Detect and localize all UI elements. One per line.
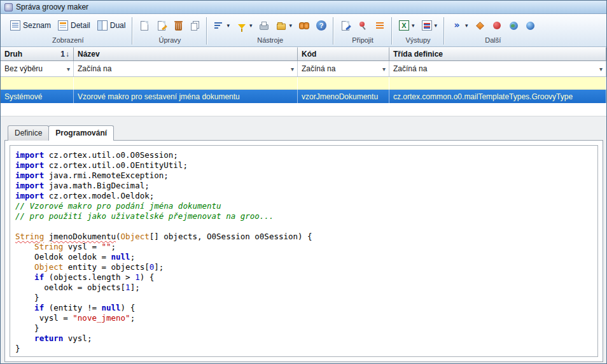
code-editor[interactable]: import cz.ortex.util.o0.O0Session;import… [10, 145, 598, 357]
code-line[interactable]: String vysl = ""; [15, 242, 594, 252]
blue-sphere-icon [526, 22, 534, 30]
code-line[interactable]: import cz.ortex.util.o0.O0Session; [15, 150, 594, 160]
quick-filter-cell[interactable] [74, 77, 298, 90]
toolbar-separator [333, 17, 334, 45]
run-icon: » [451, 20, 463, 31]
filter-combo-kod[interactable]: Začíná na ▾ [298, 61, 389, 76]
grid-filter-row: Bez výběru ▾ Začíná na ▾ Začíná na ▾ Zač… [1, 61, 606, 77]
cell-trida-definice: cz.ortex.common.o0.mailTemplateTypes.Gro… [389, 90, 606, 103]
attach-edit-button[interactable] [337, 17, 354, 34]
services-button[interactable] [489, 17, 505, 34]
grid-header-row: Druh 1 ↓ Název Kód Třída definice [1, 47, 606, 61]
filter-combo-nazev[interactable]: Začíná na ▾ [74, 61, 298, 76]
code-line[interactable]: Object entity = objects[0]; [15, 262, 594, 272]
filter-funnel-icon [238, 24, 246, 29]
code-line[interactable]: oeldok = objects[1]; [15, 283, 594, 293]
search-button[interactable] [296, 17, 312, 34]
cell-kod: vzorJmenoDokumentu [298, 90, 389, 103]
help-icon: ? [316, 20, 326, 31]
toolbar-group-vystupy: X ▾ ▾ Výstupy [393, 15, 443, 46]
sort-order-number: 1 [60, 50, 65, 59]
code-line[interactable]: // pro použití jako uživatelské přejmeno… [15, 211, 594, 221]
toolbar-group-dalsi: » ▾ Další [445, 15, 541, 46]
sort-button[interactable]: ▾ [211, 17, 233, 34]
dropdown-icon: ▾ [249, 22, 253, 29]
code-line[interactable]: Oeldok oeldok = null; [15, 252, 594, 262]
tab-panel: import cz.ortex.util.o0.O0Session;import… [4, 140, 603, 362]
edit-record-button[interactable] [153, 17, 170, 34]
excel-export-button[interactable]: X ▾ [396, 17, 418, 34]
dropdown-icon: ▾ [227, 22, 230, 29]
table-row-selected[interactable]: Systémové Vzorové makro pro sestavení jm… [1, 90, 606, 103]
quick-filter-cell[interactable] [298, 77, 389, 90]
app-window: Správa groovy maker Seznam Detail Dual Z… [0, 0, 607, 364]
column-header-kod[interactable]: Kód [298, 47, 389, 61]
code-line[interactable]: String jmenoDokumentu(Object[] objects, … [15, 232, 594, 242]
report-button[interactable]: ▾ [419, 17, 441, 34]
column-header-nazev[interactable]: Název [74, 47, 298, 61]
detail-button[interactable]: Detail [55, 17, 94, 34]
new-record-button[interactable] [136, 17, 153, 34]
network-button[interactable] [522, 17, 538, 34]
push-pin-icon [358, 20, 368, 31]
group-label-nastroje: Nástroje [211, 36, 330, 46]
toolbar-separator [391, 17, 393, 45]
quick-filter-cell[interactable] [1, 77, 74, 90]
column-header-trida-definice[interactable]: Třída definice [389, 47, 606, 61]
process-button[interactable] [472, 17, 488, 34]
print-button[interactable] [256, 17, 272, 34]
copy-icon [191, 23, 197, 31]
code-line[interactable]: vysl = "nove_jmeno"; [15, 313, 594, 323]
code-line[interactable]: if (entity != null) { [15, 303, 594, 313]
grid-empty-area[interactable] [1, 103, 606, 116]
filter-combo-kod-value: Začíná na [302, 64, 335, 73]
toolbar-separator [443, 17, 445, 45]
code-line[interactable]: import cz.ortex.model.Oeldok; [15, 191, 594, 201]
group-label-pripojit: Připojit [337, 36, 388, 46]
combo-arrow-icon: ▾ [599, 66, 603, 73]
code-line[interactable]: return vysl; [15, 333, 594, 344]
folder-button[interactable]: ▾ [273, 17, 295, 34]
dual-button[interactable]: Dual [94, 17, 129, 34]
toolbar-separator [206, 17, 207, 45]
dual-button-label: Dual [110, 21, 126, 30]
filter-combo-trida[interactable]: Začíná na ▾ [389, 61, 606, 76]
dropdown-icon: ▾ [412, 22, 415, 29]
code-line[interactable]: if (objects.length > 1) { [15, 272, 594, 283]
dropdown-icon: ▾ [435, 22, 438, 29]
code-line[interactable] [15, 221, 594, 232]
red-ball-icon [493, 22, 501, 29]
quick-filter-cell[interactable] [389, 77, 606, 90]
code-line[interactable]: import java.math.BigDecimal; [15, 181, 594, 191]
code-line[interactable]: } [15, 323, 594, 333]
code-line[interactable]: import cz.ortex.util.o0.OEntityUtil; [15, 160, 594, 171]
code-line[interactable]: import java.rmi.RemoteException; [15, 171, 594, 181]
seznam-button[interactable]: Seznam [7, 17, 54, 34]
web-button[interactable] [506, 17, 522, 34]
tab-programovani[interactable]: Programování [48, 125, 114, 141]
help-button[interactable]: ? [313, 17, 330, 34]
run-macro-button[interactable]: » ▾ [448, 17, 471, 34]
column-header-druh[interactable]: Druh 1 ↓ [1, 47, 74, 61]
delete-record-button[interactable] [171, 17, 186, 34]
code-line[interactable]: } [15, 293, 594, 303]
toolbar-group-pripojit: Připojit [335, 15, 391, 46]
attachment-list-button[interactable] [372, 17, 388, 34]
toolbar-group-zobrazeni: Seznam Detail Dual Zobrazení [4, 15, 131, 46]
pin-button[interactable] [354, 17, 371, 34]
group-label-vystupy: Výstupy [396, 36, 440, 46]
code-line[interactable]: } [15, 344, 594, 354]
code-line[interactable]: // Vzorové makro pro podání jména dokume… [15, 201, 594, 211]
globe-icon [510, 22, 518, 30]
sort-icon [214, 20, 224, 31]
report-icon [422, 20, 432, 31]
filter-button[interactable]: ▾ [234, 17, 256, 34]
trash-icon [175, 22, 182, 31]
copy-record-button[interactable] [187, 17, 203, 34]
tab-definice[interactable]: Definice [8, 125, 49, 141]
cell-druh: Systémové [1, 90, 74, 103]
filter-combo-druh[interactable]: Bez výběru ▾ [1, 61, 74, 76]
group-label-zobrazeni: Zobrazení [7, 36, 129, 46]
toolbar-separator [132, 17, 133, 45]
title-bar[interactable]: Správa groovy maker [1, 1, 606, 14]
